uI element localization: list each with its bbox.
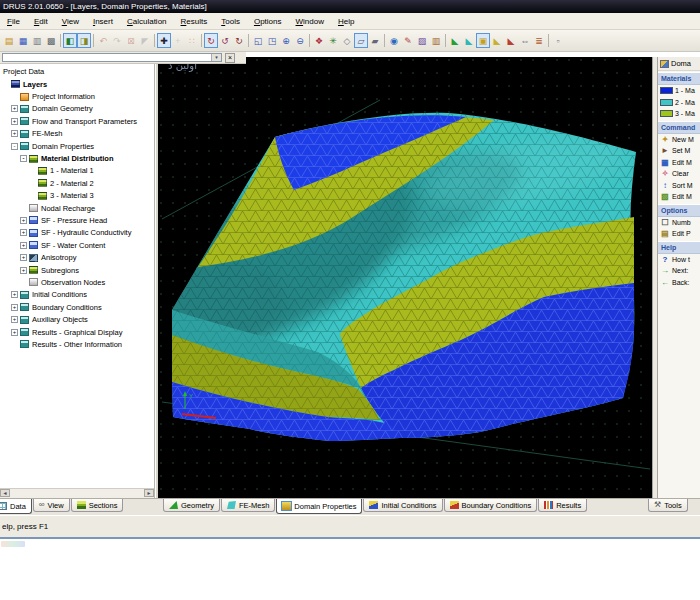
color-edit-icon[interactable]: ▨ xyxy=(415,33,429,48)
panel-item-sort-m[interactable]: ↕Sort M xyxy=(658,180,700,192)
panel-item-2-ma[interactable]: 2 - Ma xyxy=(658,97,700,109)
panel-item-numb[interactable]: ☐Numb xyxy=(658,217,700,229)
tab-tools[interactable]: ⚒Tools xyxy=(648,499,688,512)
perspective-icon[interactable]: ◇ xyxy=(340,33,354,48)
menu-options[interactable]: Options xyxy=(247,17,289,26)
menu-window[interactable]: Window xyxy=(289,17,331,26)
tree-item-sf-water-content[interactable]: +SF - Water Content xyxy=(0,239,154,251)
tab-data[interactable]: Data xyxy=(0,499,32,514)
window-icon[interactable]: ▫ xyxy=(551,33,565,48)
menu-insert[interactable]: Insert xyxy=(86,17,120,26)
rotate-right-icon[interactable]: ↻ xyxy=(232,33,246,48)
tab-boundary-conditions[interactable]: Boundary Conditions xyxy=(444,499,538,512)
tab-geometry[interactable]: Geometry xyxy=(163,499,220,512)
view-initial-conditions-icon[interactable]: ◣ xyxy=(490,33,504,48)
wireframe-icon[interactable]: ▱ xyxy=(354,33,368,48)
rotate-view-icon[interactable]: ↻ xyxy=(204,33,218,48)
menu-view[interactable]: View xyxy=(55,17,86,26)
tree-item-boundary-conditions[interactable]: +Boundary Conditions xyxy=(0,301,154,313)
tree-item-anisotropy[interactable]: +Anisotropy xyxy=(0,251,154,263)
expand-icon[interactable]: + xyxy=(20,229,27,236)
tab-initial-conditions[interactable]: Initial Conditions xyxy=(363,499,442,512)
pan-icon[interactable]: ✚ xyxy=(157,33,171,48)
print-icon[interactable]: ▩ xyxy=(44,33,58,48)
expand-icon[interactable]: + xyxy=(20,217,27,224)
chevron-down-icon[interactable]: ▾ xyxy=(211,54,221,61)
tree-item-nodal-recharge[interactable]: Nodal Recharge xyxy=(0,202,154,214)
tree-item-project-information[interactable]: Project Information xyxy=(0,90,154,102)
panel-item-next[interactable]: →Next: xyxy=(658,265,700,277)
view-domain-properties-icon[interactable]: ▣ xyxy=(476,33,490,48)
tree-item-1-material-1[interactable]: 1 - Material 1 xyxy=(0,165,154,177)
scroll-left-icon[interactable]: ◄ xyxy=(0,489,10,497)
tree-item-flow-and-transport-parameters[interactable]: +Flow and Transport Parameters xyxy=(0,115,154,127)
tree-item-subregions[interactable]: +Subregions xyxy=(0,264,154,276)
panel-item-how-t[interactable]: ?How t xyxy=(658,254,700,266)
view-previous-icon[interactable]: ◧ xyxy=(63,33,77,48)
tab-fe-mesh[interactable]: FE-Mesh xyxy=(221,499,275,512)
tab-sections[interactable]: Sections xyxy=(71,499,124,512)
view-boundary-conditions-icon[interactable]: ◣ xyxy=(504,33,518,48)
tree-item-fe-mesh[interactable]: +FE-Mesh xyxy=(0,128,154,140)
print-preview-icon[interactable]: ▥ xyxy=(30,33,44,48)
panel-item-set-m[interactable]: ►Set M xyxy=(658,145,700,157)
navigator-dropdown[interactable]: ▾ xyxy=(2,53,222,62)
view-next-icon[interactable]: ◨ xyxy=(77,33,91,48)
collapse-icon[interactable]: - xyxy=(20,155,27,162)
menu-help[interactable]: Help xyxy=(331,17,361,26)
rotate-left-icon[interactable]: ↺ xyxy=(218,33,232,48)
panel-item-3-ma[interactable]: 3 - Ma xyxy=(658,108,700,120)
expand-icon[interactable]: + xyxy=(20,267,27,274)
tree-item-results-other-information[interactable]: Results - Other Information xyxy=(0,338,154,350)
tree-item-sf-pressure-head[interactable]: +SF - Pressure Head xyxy=(0,214,154,226)
expand-icon[interactable]: + xyxy=(11,291,18,298)
scroll-right-icon[interactable]: ► xyxy=(144,489,154,497)
expand-icon[interactable]: + xyxy=(11,316,18,323)
panel-item-edit-m[interactable]: ▦Edit M xyxy=(658,157,700,169)
horizontal-scrollbar[interactable]: ◄ ► xyxy=(0,488,154,498)
menu-tools[interactable]: Tools xyxy=(214,17,247,26)
save-icon[interactable]: ▦ xyxy=(16,33,30,48)
zoom-extents-icon[interactable]: ◱ xyxy=(251,33,265,48)
menu-file[interactable]: File xyxy=(0,17,27,26)
panel-item-edit-m[interactable]: ▧Edit M xyxy=(658,191,700,203)
expand-icon[interactable]: + xyxy=(20,242,27,249)
tree-item-layers[interactable]: Layers xyxy=(0,78,154,90)
panel-item-edit-p[interactable]: ▤Edit P xyxy=(658,228,700,240)
panel-item-clear[interactable]: ✧Clear xyxy=(658,168,700,180)
query-icon[interactable]: ◉ xyxy=(387,33,401,48)
tab-view[interactable]: ∞View xyxy=(33,499,70,512)
panel-item-1-ma[interactable]: 1 - Ma xyxy=(658,85,700,97)
tree-item-initial-conditions[interactable]: +Initial Conditions xyxy=(0,289,154,301)
tree-item-2-material-2[interactable]: 2 - Material 2 xyxy=(0,177,154,189)
menu-results[interactable]: Results xyxy=(174,17,215,26)
view-results-icon[interactable]: ≣ xyxy=(532,33,546,48)
menu-calculation[interactable]: Calculation xyxy=(120,17,174,26)
tab-results[interactable]: Results xyxy=(538,499,587,512)
expand-icon[interactable]: + xyxy=(20,254,27,261)
tab-domain-properties[interactable]: Domain Properties xyxy=(276,499,362,514)
tree-item-domain-properties[interactable]: -Domain Properties xyxy=(0,140,154,152)
solid-view-icon[interactable]: ▰ xyxy=(368,33,382,48)
insert-object-icon[interactable]: ❖ xyxy=(312,33,326,48)
expand-icon[interactable]: + xyxy=(11,304,18,311)
tree-item-results-graphical-display[interactable]: +Results - Graphical Display xyxy=(0,326,154,338)
collapse-icon[interactable]: - xyxy=(11,143,18,150)
tree-item-auxiliary-objects[interactable]: +Auxiliary Objects xyxy=(0,313,154,325)
stretch-icon[interactable]: ⇔ xyxy=(518,33,532,48)
view-mesh-icon[interactable]: ◣ xyxy=(462,33,476,48)
tree-item-domain-geometry[interactable]: +Domain Geometry xyxy=(0,103,154,115)
insert-node-icon[interactable]: ✳ xyxy=(326,33,340,48)
zoom-out-icon[interactable]: ⊖ xyxy=(293,33,307,48)
close-icon[interactable]: × xyxy=(225,53,235,63)
3d-viewport[interactable]: Y اولین د xyxy=(158,57,652,498)
properties-icon[interactable]: ▥ xyxy=(429,33,443,48)
expand-icon[interactable]: + xyxy=(11,130,18,137)
tree-item-sf-hydraulic-conductivity[interactable]: +SF - Hydraulic Conductivity xyxy=(0,227,154,239)
menu-edit[interactable]: Edit xyxy=(27,17,55,26)
tree-item-3-material-3[interactable]: 3 - Material 3 xyxy=(0,190,154,202)
view-geometry-icon[interactable]: ◣ xyxy=(448,33,462,48)
open-icon[interactable]: ▤ xyxy=(2,33,16,48)
tree-item-observation-nodes[interactable]: Observation Nodes xyxy=(0,276,154,288)
zoom-in-icon[interactable]: ⊕ xyxy=(279,33,293,48)
